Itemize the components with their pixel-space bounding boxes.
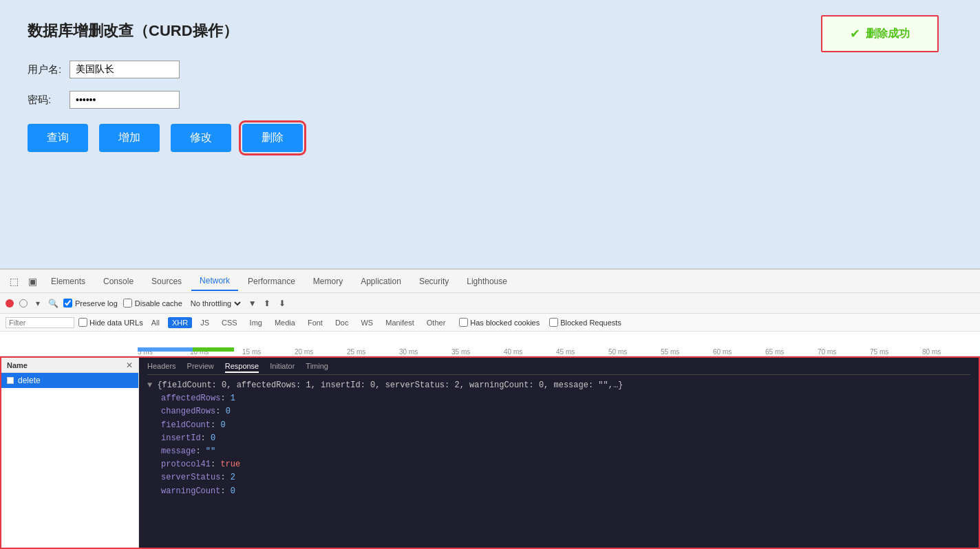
detail-tab-initiator[interactable]: Initiator <box>270 362 295 373</box>
json-field-count: fieldCount: 0 <box>147 419 970 432</box>
throttle-select[interactable]: No throttling <box>188 299 243 308</box>
filter-css[interactable]: CSS <box>217 317 242 328</box>
stop-recording-button[interactable] <box>19 299 28 308</box>
record-button[interactable] <box>6 299 14 308</box>
name-header-label: Name <box>7 361 28 369</box>
filter-icon[interactable]: ▾ <box>33 299 43 308</box>
filter-other[interactable]: Other <box>423 317 450 328</box>
timeline-row: 5 ms 10 ms 15 ms 20 ms 25 ms 30 ms 35 ms… <box>0 332 980 356</box>
detail-tab-timing[interactable]: Timing <box>306 362 328 373</box>
filter-media[interactable]: Media <box>270 317 299 328</box>
throttle-dropdown-icon[interactable]: ▼ <box>248 299 257 308</box>
filter-input[interactable] <box>6 317 74 328</box>
tab-elements[interactable]: Elements <box>43 272 94 290</box>
detail-tab-response[interactable]: Response <box>225 362 259 373</box>
page-title: 数据库增删改查（CURD操作） <box>28 21 952 41</box>
panel-icon[interactable]: ▣ <box>24 273 41 290</box>
add-button[interactable]: 增加 <box>99 124 160 152</box>
close-panel-button[interactable]: ✕ <box>126 360 133 370</box>
app-area: 数据库增删改查（CURD操作） 用户名: 密码: 查询 增加 修改 删除 ✔ 删… <box>0 0 980 268</box>
hide-data-urls-checkbox[interactable]: Hide data URLs <box>78 318 143 327</box>
json-affected-rows: affectedRows: 1 <box>147 392 970 405</box>
network-toolbar: ▾ 🔍 Preserve log Disable cache No thrott… <box>0 293 980 314</box>
password-row: 密码: <box>28 91 952 109</box>
filter-font[interactable]: Font <box>303 317 327 328</box>
tab-lighthouse[interactable]: Lighthouse <box>458 272 515 290</box>
cursor-icon[interactable]: ⬚ <box>6 273 23 290</box>
json-viewer: ▼ {fieldCount: 0, affectedRows: 1, inser… <box>147 379 970 498</box>
request-name: delete <box>18 376 41 385</box>
filter-all[interactable]: All <box>147 317 164 328</box>
blocked-requests-checkbox[interactable]: Blocked Requests <box>549 318 621 327</box>
tab-network[interactable]: Network <box>191 272 238 291</box>
filter-xhr[interactable]: XHR <box>168 317 192 328</box>
filter-manifest[interactable]: Manifest <box>381 317 418 328</box>
download-icon[interactable]: ⬇ <box>277 299 287 308</box>
detail-tab-headers[interactable]: Headers <box>147 362 176 373</box>
query-button[interactable]: 查询 <box>28 124 88 152</box>
search-icon[interactable]: 🔍 <box>48 299 58 308</box>
username-label: 用户名: <box>28 63 65 76</box>
success-text: 删除成功 <box>866 27 910 41</box>
tab-application[interactable]: Application <box>352 272 409 290</box>
json-warning-count: warningCount: 0 <box>147 485 970 498</box>
tab-memory[interactable]: Memory <box>305 272 351 290</box>
json-summary-line: ▼ {fieldCount: 0, affectedRows: 1, inser… <box>147 380 623 390</box>
filter-doc[interactable]: Doc <box>331 317 353 328</box>
upload-icon[interactable]: ⬆ <box>262 299 272 308</box>
delete-request-item[interactable]: delete <box>1 373 138 388</box>
filter-js[interactable]: JS <box>196 317 213 328</box>
tab-console[interactable]: Console <box>95 272 142 290</box>
tab-performance[interactable]: Performance <box>239 272 303 290</box>
timeline-bar-blue <box>138 347 193 352</box>
password-label: 密码: <box>28 94 65 107</box>
detail-tab-preview[interactable]: Preview <box>187 362 214 373</box>
json-insert-id: insertId: 0 <box>147 432 970 445</box>
username-row: 用户名: <box>28 61 952 78</box>
network-body: Name ✕ delete Headers Preview Response I… <box>0 356 980 549</box>
username-input[interactable] <box>70 61 180 78</box>
json-protocol41: protocol41: true <box>147 458 970 471</box>
request-checkbox <box>7 377 14 384</box>
expand-arrow[interactable]: ▼ <box>147 380 152 390</box>
modify-button[interactable]: 修改 <box>171 124 231 152</box>
json-server-status: serverStatus: 2 <box>147 471 970 484</box>
timeline-bars <box>138 346 980 352</box>
success-notification: ✔ 删除成功 <box>821 15 939 52</box>
delete-button[interactable]: 删除 <box>242 124 303 152</box>
tab-security[interactable]: Security <box>411 272 457 290</box>
name-column: Name ✕ delete <box>1 358 139 548</box>
json-message: message: "" <box>147 445 970 458</box>
name-header: Name ✕ <box>1 358 138 373</box>
disable-cache-checkbox[interactable]: Disable cache <box>123 299 182 308</box>
devtools-panel: ⬚ ▣ Elements Console Sources Network Per… <box>0 268 980 549</box>
preserve-log-checkbox[interactable]: Preserve log <box>63 299 118 308</box>
filter-row: Hide data URLs All XHR JS CSS Img Media … <box>0 314 980 332</box>
json-changed-rows: changedRows: 0 <box>147 405 970 418</box>
success-icon: ✔ <box>850 26 860 41</box>
devtools-tab-bar: ⬚ ▣ Elements Console Sources Network Per… <box>0 270 980 293</box>
has-blocked-cookies-checkbox[interactable]: Has blocked cookies <box>459 318 540 327</box>
details-panel: Headers Preview Response Initiator Timin… <box>139 358 979 548</box>
filter-ws[interactable]: WS <box>356 317 377 328</box>
filter-img[interactable]: Img <box>246 317 266 328</box>
timeline-bar-green <box>193 347 234 352</box>
tab-sources[interactable]: Sources <box>143 272 190 290</box>
detail-tab-bar: Headers Preview Response Initiator Timin… <box>147 362 970 375</box>
buttons-row: 查询 增加 修改 删除 <box>28 124 952 152</box>
password-input[interactable] <box>70 91 180 109</box>
